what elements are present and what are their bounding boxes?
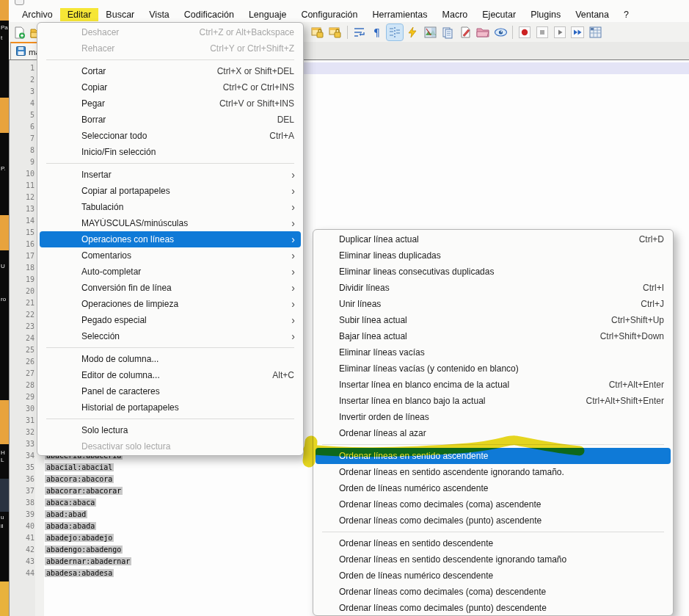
- edit-menu-item-copiar-al-portapapeles[interactable]: Copiar al portapapeles›: [40, 183, 301, 199]
- line-ops-item-eliminar-lineas-vacias-y-contenido-en-blanco[interactable]: Eliminar líneas vacías (y contenido en b…: [316, 360, 671, 377]
- edit-menu-item-comentarios[interactable]: Comentarios›: [40, 247, 301, 264]
- line-ops-item-insertar-linea-en-blanco-bajo-la-actual[interactable]: Insertar línea en blanco bajo la actualC…: [316, 393, 671, 409]
- edit-menu-item-operaciones-con-lineas[interactable]: Operaciones con líneas›: [40, 231, 301, 247]
- submenu-arrow-icon: ›: [291, 283, 301, 292]
- menubar-item-codificacion[interactable]: Codificación: [177, 8, 241, 21]
- sync-horizontal-lock-icon[interactable]: [327, 24, 343, 40]
- edit-menu-item-tabulacion[interactable]: Tabulación›: [40, 199, 301, 215]
- line-number: 26: [10, 356, 34, 368]
- edit-menu-item-pegado-especial[interactable]: Pegado especial›: [40, 312, 301, 328]
- line-ops-item-insertar-linea-en-blanco-encima-de-la-actual[interactable]: Insertar línea en blanco encima de la ac…: [316, 377, 671, 393]
- line-ops-item-bajar-linea-actual[interactable]: Bajar línea actualCtrl+Shift+Down: [316, 328, 671, 344]
- edit-menu-item-pegar[interactable]: PegarCtrl+V or Shift+INS: [40, 95, 301, 112]
- menubar-item-editar[interactable]: Editar: [60, 8, 99, 21]
- edit-menu-item-seleccion[interactable]: Selección›: [40, 328, 301, 344]
- line-ops-item-duplicar-linea-actual[interactable]: Duplicar línea actualCtrl+D: [316, 231, 671, 247]
- new-document-icon[interactable]: [11, 24, 27, 40]
- submenu-arrow-icon: ›: [291, 332, 301, 341]
- function-list-icon[interactable]: [404, 24, 420, 40]
- document-map-icon[interactable]: [422, 24, 438, 40]
- edit-menu-item-conversion-fin-de-linea[interactable]: Conversión fin de línea›: [40, 280, 301, 296]
- show-all-characters-icon[interactable]: ¶: [369, 24, 385, 40]
- line-ops-item-ordenar-lineas-en-sentido-descendente-ignorando-tamano[interactable]: Ordenar líneas en sentido descendente ig…: [316, 551, 671, 568]
- menubar-item-plugins[interactable]: Plugins: [523, 8, 568, 21]
- edit-menu-item-rehacer[interactable]: RehacerCtrl+Y or Ctrl+Shift+Z: [40, 40, 301, 57]
- line-number-gutter[interactable]: 1234567891011121314151617181920212223242…: [9, 60, 35, 616]
- menubar-item-item[interactable]: ?: [616, 8, 636, 21]
- edit-menu-item-insertar[interactable]: Insertar›: [40, 167, 301, 183]
- code-line-40: abada:abada: [45, 521, 96, 532]
- menu-item-shortcut: Ctrl+V or Shift+INS: [219, 98, 301, 109]
- menubar-item-vista[interactable]: Vista: [142, 8, 177, 21]
- document-list-icon[interactable]: [440, 24, 456, 40]
- line-ops-item-dividir-lineas[interactable]: Dividir líneasCtrl+I: [316, 280, 671, 296]
- line-ops-item-unir-lineas[interactable]: Unir líneasCtrl+J: [316, 296, 671, 312]
- edit-menu-item-editor-de-columna[interactable]: Editor de columna...Alt+C: [40, 367, 301, 383]
- edit-menu-item-cortar[interactable]: CortarCtrl+X or Shift+DEL: [40, 63, 301, 79]
- folder-workspace-icon[interactable]: [475, 24, 491, 40]
- edit-menu-item-borrar[interactable]: BorrarDEL: [40, 112, 301, 128]
- macro-record-icon[interactable]: [517, 24, 533, 40]
- menubar-item-ventana[interactable]: Ventana: [568, 8, 616, 21]
- edit-menu-item-copiar[interactable]: CopiarCtrl+C or Ctrl+INS: [40, 79, 301, 95]
- line-ops-item-ordenar-lineas-en-sentido-descendente[interactable]: Ordenar líneas en sentido descendente: [316, 535, 671, 551]
- menubar-item-ejecutar[interactable]: Ejecutar: [475, 8, 523, 21]
- strip-block: [0, 479, 9, 512]
- edit-menu-item-historial-de-portapapeles[interactable]: Historial de portapapeles: [40, 399, 301, 416]
- edit-menu-item-auto-completar[interactable]: Auto-completar›: [40, 264, 301, 280]
- line-ops-item-ordenar-lineas-en-sentido-ascendente-ignorando-tamano[interactable]: Ordenar líneas en sentido ascendente ign…: [316, 464, 671, 480]
- line-ops-item-eliminar-lineas-duplicadas[interactable]: Eliminar lineas duplicadas: [316, 247, 671, 264]
- line-number: 13: [10, 203, 34, 215]
- line-ops-item-orden-de-lineas-numerico-descendente[interactable]: Orden de líneas numérico descendente: [316, 568, 671, 584]
- macro-run-multiple-icon[interactable]: [569, 24, 586, 40]
- line-number: 43: [10, 556, 34, 568]
- menubar-item-configuracion[interactable]: Configuración: [294, 8, 365, 21]
- code-line-37: abacorar:abacorar: [45, 485, 123, 497]
- macro-save-icon[interactable]: [587, 24, 603, 40]
- line-ops-item-subir-linea-actual[interactable]: Subir línea actualCtrl+Shift+Up: [316, 312, 671, 328]
- menu-item-label: Ordenar líneas al azar: [316, 428, 671, 438]
- line-ops-item-eliminar-lineas-vacias[interactable]: Eliminar líneas vacías: [316, 344, 671, 360]
- background-window-strip: PatP.UroHLuil: [0, 0, 9, 616]
- edit-menu-item-deshacer[interactable]: DeshacerCtrl+Z or Alt+Backspace: [40, 24, 301, 40]
- line-ops-item-ordenar-lineas-como-decimales-punto-descendente[interactable]: Ordenar líneas como decimales (punto) de…: [316, 600, 671, 616]
- edit-menu-item-desactivar-solo-lectura[interactable]: Desactivar solo lectura: [40, 438, 301, 454]
- edit-menu-item-panel-de-caracteres[interactable]: Panel de caracteres: [40, 383, 301, 399]
- sync-vertical-lock-icon[interactable]: [310, 24, 326, 40]
- word-wrap-icon[interactable]: [351, 24, 368, 40]
- line-ops-item-ordenar-lineas-como-decimales-coma-ascendente[interactable]: Ordenar líneas como decimales (coma) asc…: [316, 496, 671, 512]
- edit-menu-item-mayusculas-minusculas[interactable]: MAYÚSCULAS/minúsculas›: [40, 215, 301, 231]
- menu-item-label: Invertir orden de líneas: [316, 412, 671, 422]
- toolbar-separator: [347, 26, 348, 39]
- line-ops-item-ordenar-lineas-en-sentido-ascendente[interactable]: Ordenar líneas en sentido ascendente: [316, 448, 671, 464]
- line-ops-item-orden-de-lineas-numerico-ascendente[interactable]: Orden de líneas numérico ascendente: [316, 480, 671, 496]
- edit-menu-item-modo-de-columna[interactable]: Modo de columna...: [40, 351, 301, 367]
- line-number: 22: [10, 309, 34, 321]
- submenu-arrow-icon: ›: [291, 186, 301, 195]
- line-ops-item-invertir-orden-de-lineas[interactable]: Invertir orden de líneas: [316, 409, 671, 425]
- indent-guide-icon[interactable]: [387, 24, 403, 40]
- macro-play-icon[interactable]: [552, 24, 568, 40]
- edit-marker-icon[interactable]: [457, 24, 473, 40]
- edit-menu-item-operaciones-de-limpieza[interactable]: Operaciones de limpieza›: [40, 296, 301, 312]
- line-number: 1: [10, 62, 34, 74]
- edit-menu-item-solo-lectura[interactable]: Solo lectura: [40, 422, 301, 438]
- line-ops-item-eliminar-lineas-consecutivas-duplicadas[interactable]: Eliminar lineas consecutivas duplicadas: [316, 264, 671, 280]
- line-number: 7: [10, 133, 34, 145]
- menubar-item-buscar[interactable]: Buscar: [98, 8, 142, 21]
- menu-item-label: Operaciones de limpieza: [40, 299, 291, 309]
- preview-eye-icon[interactable]: [492, 24, 508, 40]
- menu-item-shortcut: Ctrl+X or Shift+DEL: [217, 66, 301, 76]
- menubar-item-macro[interactable]: Macro: [435, 8, 475, 21]
- edit-menu-item-inicio-fin-seleccion[interactable]: Inicio/Fin selección: [40, 144, 301, 160]
- line-ops-item-ordenar-lineas-al-azar[interactable]: Ordenar líneas al azar: [316, 425, 671, 441]
- menu-item-label: Rehacer: [40, 43, 210, 54]
- menu-item-shortcut: Ctrl+C or Ctrl+INS: [223, 82, 301, 93]
- edit-menu-item-seleccionar-todo[interactable]: Seleccionar todoCtrl+A: [40, 128, 301, 144]
- line-ops-item-ordenar-lineas-como-decimales-punto-ascendente[interactable]: Ordenar líneas como decimales (punto) as…: [316, 512, 671, 529]
- macro-stop-icon[interactable]: [534, 24, 550, 40]
- line-ops-item-ordenar-lineas-como-decimales-coma-descendente[interactable]: Ordenar líneas como decimales (coma) des…: [316, 584, 671, 600]
- menubar-item-archivo[interactable]: Archivo: [15, 8, 60, 21]
- menubar-item-lenguaje[interactable]: Lenguaje: [241, 8, 294, 21]
- menubar-item-herramientas[interactable]: Herramientas: [365, 8, 435, 21]
